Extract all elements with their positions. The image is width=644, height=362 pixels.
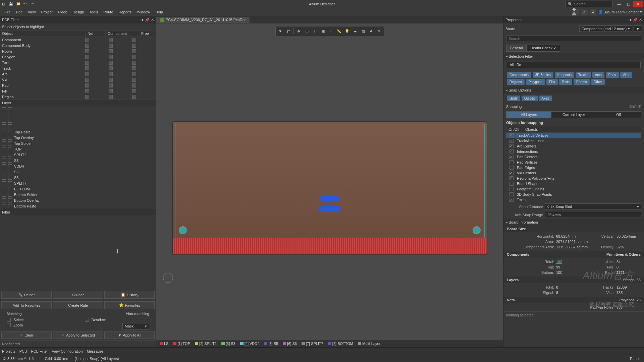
axis-range-input[interactable]: 25.4mm [545,212,641,218]
mask-dropdown[interactable]: Mask▾ [122,323,149,329]
deselect-check[interactable] [85,318,89,322]
chip-polygons[interactable]: Polygons [526,79,545,85]
layer-item[interactable]: S6 [0,175,156,180]
favorites-button[interactable]: ⭐Favorites [104,301,155,309]
layer-tab[interactable]: [2] SPLIT2 [193,341,219,346]
menu-place[interactable]: Place [55,9,70,15]
measure-icon[interactable]: 📏 [335,27,343,35]
snap-item[interactable]: Pad Centers [506,154,641,160]
col-onoff[interactable]: On/Off [506,126,523,132]
tab-general[interactable]: General [506,45,527,52]
layer-tab[interactable]: [5] S5 [262,341,280,346]
redo-icon[interactable]: ↷ [31,2,36,6]
dropdown-icon[interactable]: ▾ [630,18,632,22]
chip-components[interactable]: Components [507,72,531,78]
layer-tab[interactable]: [8] BOTTOM [326,341,355,346]
snap-item[interactable]: Footprint Origins [506,186,641,192]
layer-tab[interactable]: [1] TOP [171,341,192,346]
bottom-tab-projects[interactable]: Projects [2,349,15,353]
snap-item[interactable]: Track/Arcs Lines [506,138,641,143]
close-panel-icon[interactable]: ✕ [639,18,642,22]
layer-item[interactable] [0,106,156,112]
bottom-tab-pcb-filter[interactable]: PCB Filter [31,349,48,353]
layer-item[interactable]: SPLIT2 [0,152,156,158]
dropdown-icon[interactable]: ▾ [142,18,144,22]
pin-icon[interactable]: 📌 [145,18,150,22]
chip-keepouts[interactable]: Keepouts [555,72,574,78]
layer-tab[interactable]: [4] VDD4 [238,341,262,346]
filter-expression[interactable] [0,215,156,290]
col-component[interactable]: Component [106,31,139,37]
snap-item[interactable]: Texts [506,197,641,202]
chip-arcs[interactable]: Arcs [592,72,604,78]
seg-all-layers[interactable]: All Layers [506,112,551,118]
seg-current-layer[interactable]: Current Layer [551,112,596,118]
panels-button[interactable]: Panels [630,357,641,361]
global-search[interactable]: 🔍 Search [566,1,612,7]
section-selection-filter[interactable]: Selection Filter [503,53,644,60]
text-tool-icon[interactable]: A [368,27,375,35]
layer-item[interactable]: Bottom Solder [0,192,156,197]
snap-item[interactable]: Via Centers [506,170,641,176]
col-objects[interactable]: Objects [523,126,540,132]
funnel-icon[interactable]: ▼ [634,25,642,32]
layer-item[interactable]: Bottom Paste [0,203,156,209]
layer-item[interactable]: Top Overlay [0,135,156,140]
section-board-info[interactable]: Board Information [503,219,644,226]
home-icon[interactable]: ⌂ [581,9,588,15]
chip-rooms[interactable]: Rooms [574,79,590,85]
filter-row[interactable]: Region [0,94,156,100]
chip-texts[interactable]: Texts [559,79,572,85]
chip-fills[interactable]: Fills [546,79,558,85]
layer-header[interactable]: Layer [0,100,156,106]
filter-row[interactable]: Fill [0,88,156,94]
pin-icon[interactable]: 📌 [633,18,638,22]
snap-item[interactable]: Regions/Polygons/Fills [506,176,641,181]
all-on-button[interactable]: All - On [507,62,641,68]
gear-icon[interactable]: ⚙ [590,9,596,15]
snap-chip-grids[interactable]: Grids [507,96,520,101]
close-panel-icon[interactable]: ✕ [151,18,154,22]
create-rule-button[interactable]: Create Rule [53,301,103,309]
col-object[interactable]: Object [0,31,86,37]
snap-chip-axes[interactable]: Axes [539,96,552,101]
layer-item[interactable]: TOP [0,146,156,152]
properties-search[interactable] [506,35,641,42]
menu-window[interactable]: Window [134,9,153,15]
pen-icon[interactable]: ✎ [376,27,383,35]
snap-item[interactable]: Pad Vertices [506,160,641,165]
layer-item[interactable]: SPLIT7 [0,180,156,186]
chip-tracks[interactable]: Tracks [576,72,591,78]
menu-project[interactable]: Project [38,9,55,15]
menu-edit[interactable]: Edit [13,9,25,15]
col-net[interactable]: Net [86,31,106,37]
layer-item[interactable]: BOTTOM [0,186,156,192]
layer-item[interactable]: VDD4 [0,163,156,169]
snap-item[interactable]: Track/Arcs Vertices [506,133,641,138]
filter-row[interactable]: Pad [0,82,156,88]
snap-distance-dropdown[interactable]: 0.5x Snap Grid▾ [545,203,641,210]
layer-item[interactable]: S5 [0,169,156,175]
menu-help[interactable]: Help [153,9,166,15]
snap-item[interactable]: 3D Body Snap Points [506,192,641,197]
move-icon[interactable]: ✥ [295,27,303,35]
menu-design[interactable]: Design [70,9,87,15]
menu-view[interactable]: View [25,9,39,15]
filter-row[interactable]: Component [0,37,156,43]
layer-item[interactable]: Top Solder [0,140,156,146]
layer-item[interactable] [0,123,156,129]
filter-row[interactable]: Text [0,60,156,65]
highlight-icon[interactable]: 💡 [343,27,351,35]
section-snap-options[interactable]: Snap Options [503,87,644,94]
filter-row[interactable]: Polygon [0,54,156,60]
seg-off[interactable]: Off [596,112,641,118]
bottom-tab-messages[interactable]: Messages [87,349,104,353]
layer-item[interactable]: S3 [0,158,156,163]
layer-tab[interactable]: [3] S3 [219,341,237,346]
save-icon[interactable]: 💾 [9,2,13,6]
filter-row[interactable]: Component Body [0,43,156,48]
chart-icon[interactable]: ▨ [360,27,367,35]
chip-pads[interactable]: Pads [606,72,619,78]
builder-button[interactable]: Builder [53,291,103,299]
layer-item[interactable] [0,118,156,123]
